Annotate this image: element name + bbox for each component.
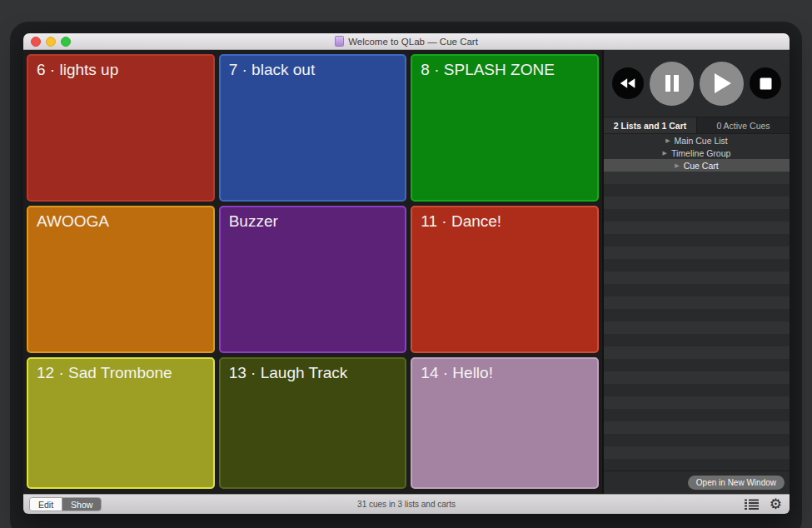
cue-tile[interactable]: 7 · black out bbox=[219, 54, 407, 202]
disclosure-triangle-icon[interactable]: ▶ bbox=[665, 137, 670, 143]
pause-button[interactable] bbox=[650, 62, 694, 106]
play-button[interactable] bbox=[700, 62, 744, 106]
tree-item-label: Cue Cart bbox=[684, 161, 719, 171]
tree-item-timeline-group[interactable]: ▶ Timeline Group bbox=[604, 147, 790, 159]
tab-lists-and-carts[interactable]: 2 Lists and 1 Cart bbox=[604, 117, 696, 133]
stop-icon bbox=[760, 77, 772, 90]
minimize-button[interactable] bbox=[46, 37, 56, 47]
cue-tile[interactable]: Buzzer bbox=[219, 206, 407, 353]
title-bar: Welcome to QLab — Cue Cart bbox=[23, 33, 790, 50]
screenshot-stage: Welcome to QLab — Cue Cart 6 · lights up… bbox=[0, 0, 812, 528]
play-icon bbox=[712, 72, 732, 94]
tree-item-label: Main Cue List bbox=[675, 136, 728, 146]
empty-cue-rows bbox=[604, 172, 790, 471]
traffic-lights bbox=[31, 33, 71, 49]
main-content: 6 · lights up 7 · black out 8 · SPLASH Z… bbox=[23, 50, 790, 494]
cue-tile[interactable]: AWOOGA bbox=[27, 206, 215, 353]
cue-tile[interactable]: 8 · SPLASH ZONE bbox=[411, 54, 599, 202]
disclosure-triangle-icon[interactable]: ▶ bbox=[663, 149, 667, 156]
cue-tile[interactable]: 12 · Sad Trombone bbox=[27, 357, 215, 489]
status-bar: Edit Show 31 cues in 3 lists and carts ⚙ bbox=[23, 494, 790, 514]
cue-count-status: 31 cues in 3 lists and carts bbox=[23, 500, 790, 509]
cue-list-icon[interactable] bbox=[745, 499, 759, 511]
gear-icon[interactable]: ⚙ bbox=[770, 497, 782, 511]
zoom-button[interactable] bbox=[61, 37, 71, 47]
cue-tile[interactable]: 6 · lights up bbox=[27, 54, 215, 202]
status-bar-icons: ⚙ bbox=[745, 497, 782, 511]
document-icon bbox=[335, 36, 344, 47]
cue-tile[interactable]: 11 · Dance! bbox=[411, 206, 599, 353]
sidebar-panel: 2 Lists and 1 Cart 0 Active Cues ▶ Main … bbox=[604, 50, 790, 494]
cue-tile[interactable]: 13 · Laugh Track bbox=[219, 357, 407, 489]
pause-icon bbox=[664, 74, 680, 92]
close-button[interactable] bbox=[31, 37, 41, 47]
cue-list-tree: ▶ Main Cue List ▶ Timeline Group ▶ Cue C… bbox=[604, 134, 790, 172]
tree-item-cue-cart[interactable]: ▶ Cue Cart bbox=[604, 159, 790, 172]
disclosure-triangle-icon[interactable]: ▶ bbox=[675, 162, 679, 168]
sidebar-footer: Open in New Window bbox=[604, 471, 790, 494]
tab-active-cues[interactable]: 0 Active Cues bbox=[697, 117, 790, 133]
show-mode-button[interactable]: Show bbox=[62, 498, 101, 511]
stop-button[interactable] bbox=[750, 67, 781, 99]
qlab-window: Welcome to QLab — Cue Cart 6 · lights up… bbox=[23, 33, 790, 514]
cue-tile[interactable]: 14 · Hello! bbox=[411, 357, 599, 489]
sidebar-tabs: 2 Lists and 1 Cart 0 Active Cues bbox=[604, 117, 790, 134]
rewind-button[interactable] bbox=[612, 67, 644, 99]
edit-show-segmented-control: Edit Show bbox=[29, 497, 102, 511]
tree-item-label: Timeline Group bbox=[671, 148, 730, 158]
tree-item-main-cue-list[interactable]: ▶ Main Cue List bbox=[604, 134, 790, 147]
transport-controls bbox=[604, 50, 790, 117]
cue-cart-grid: 6 · lights up 7 · black out 8 · SPLASH Z… bbox=[23, 50, 604, 494]
open-in-new-window-button[interactable]: Open in New Window bbox=[688, 476, 785, 490]
rewind-icon bbox=[620, 77, 636, 89]
window-title-text: Welcome to QLab — Cue Cart bbox=[348, 37, 478, 47]
edit-mode-button[interactable]: Edit bbox=[30, 498, 62, 511]
window-title: Welcome to QLab — Cue Cart bbox=[335, 36, 478, 47]
